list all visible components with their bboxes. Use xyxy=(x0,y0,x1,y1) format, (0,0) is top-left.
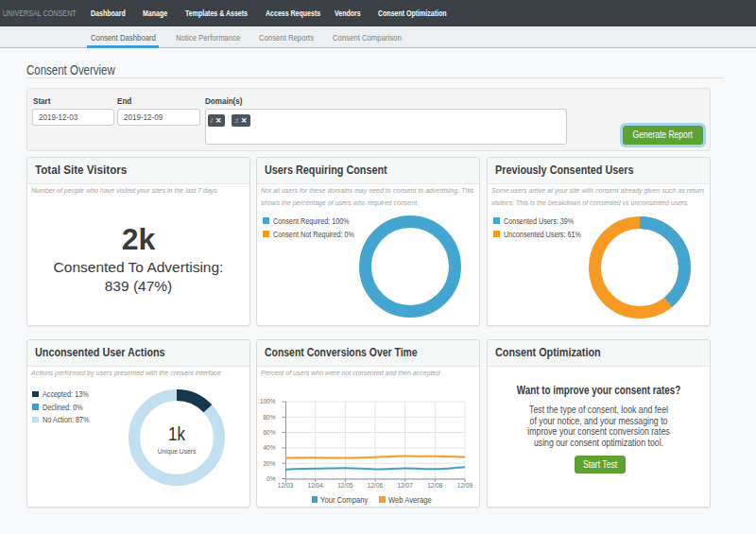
svg-text:12/03: 12/03 xyxy=(278,482,294,489)
svg-text:40%: 40% xyxy=(263,444,275,451)
svg-text:12/05: 12/05 xyxy=(337,482,353,489)
svg-text:100%: 100% xyxy=(260,398,276,405)
svg-text:12/06: 12/06 xyxy=(368,482,384,489)
svg-text:0%: 0% xyxy=(266,475,276,482)
svg-text:12/07: 12/07 xyxy=(398,482,414,489)
svg-text:12/08: 12/08 xyxy=(427,482,443,489)
svg-text:80%: 80% xyxy=(263,414,275,421)
svg-text:60%: 60% xyxy=(263,429,275,436)
svg-text:12/09: 12/09 xyxy=(457,482,473,489)
svg-text:12/04: 12/04 xyxy=(308,482,324,489)
svg-text:20%: 20% xyxy=(263,460,275,467)
